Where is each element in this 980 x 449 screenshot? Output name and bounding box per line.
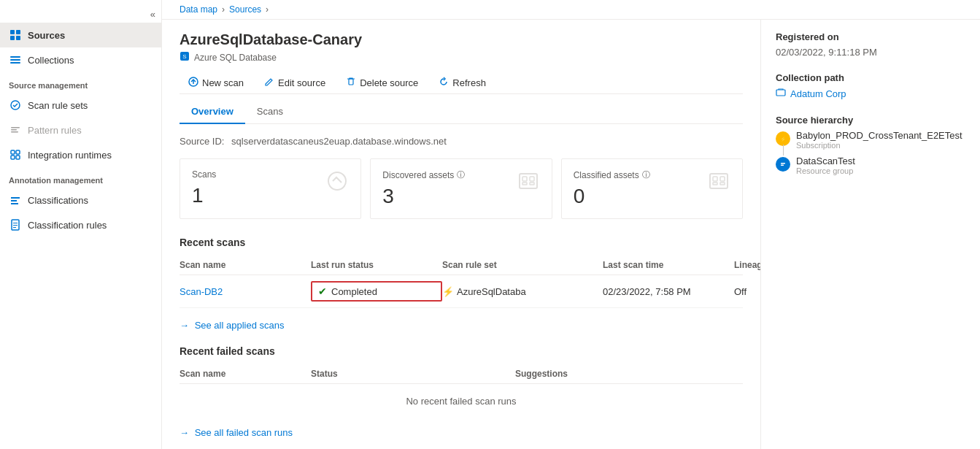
source-id-value: sqlserverdatascaneus2euap.database.windo… <box>231 136 447 147</box>
delete-icon <box>346 77 356 89</box>
svg-rect-9 <box>11 129 17 131</box>
hierarchy-name-1: DataScanTest <box>796 156 855 166</box>
stat-card-scans: Scans 1 <box>180 158 361 219</box>
table-row: Scan-DB2 ✔ Completed ⚡ AzureSqlDataba 02… <box>180 275 743 308</box>
annotation-management-section: Annotation management <box>0 167 161 188</box>
registered-on-label: Registered on <box>776 31 965 42</box>
svg-rect-17 <box>13 225 18 226</box>
source-hierarchy-label: Source hierarchy <box>776 115 965 126</box>
hierarchy-item-0: ⚡ Babylon_PROD_CrossTenant_E2ETest Subsc… <box>776 130 965 150</box>
breadcrumb: Data map › Sources › <box>162 0 980 20</box>
col-lineage-extraction: Lineage extraction <box>734 260 761 270</box>
sidebar-collapse-button[interactable]: « <box>0 6 161 23</box>
source-hierarchy-section: Source hierarchy ⚡ Babylon_PROD_CrossTen… <box>776 115 965 175</box>
edit-source-button[interactable]: Edit source <box>255 72 334 93</box>
source-management-section: Source management <box>0 72 161 93</box>
discovered-info-icon[interactable]: ⓘ <box>457 169 465 180</box>
collection-path-label: Collection path <box>776 72 965 83</box>
main-content: Data map › Sources › AzureSqlDatabase-Ca… <box>162 0 980 449</box>
integration-runtimes-icon <box>9 148 22 161</box>
classifications-label: Classifications <box>28 195 88 206</box>
svg-rect-14 <box>16 156 20 159</box>
classification-rules-icon <box>9 218 22 231</box>
svg-rect-31 <box>720 177 725 181</box>
failed-scans-title: Recent failed scans <box>180 345 743 357</box>
svg-rect-33 <box>720 183 725 185</box>
tab-scans[interactable]: Scans <box>245 100 295 124</box>
registered-on-section: Registered on 02/03/2022, 9:11:18 PM <box>776 31 965 58</box>
col-scan-name: Scan name <box>180 260 311 270</box>
svg-rect-38 <box>781 163 785 164</box>
sidebar-item-classification-rules[interactable]: Classification rules <box>0 212 161 237</box>
side-panel: Registered on 02/03/2022, 9:11:18 PM Col… <box>761 20 980 449</box>
classified-info-icon[interactable]: ⓘ <box>642 169 650 180</box>
delete-source-label: Delete source <box>360 77 418 88</box>
svg-rect-18 <box>13 227 16 228</box>
sidebar-item-classifications[interactable]: Classifications <box>0 188 161 212</box>
hierarchy-icon-subscription: ⚡ <box>776 131 790 146</box>
breadcrumb-sep-2: › <box>266 4 269 15</box>
page-subtitle: S Azure SQL Database <box>180 51 743 64</box>
sources-icon <box>9 28 22 42</box>
svg-rect-13 <box>11 156 15 159</box>
svg-point-23 <box>328 172 346 190</box>
arrow-right-failed-icon: → <box>180 427 189 438</box>
pattern-rules-label: Pattern rules <box>28 125 82 136</box>
hierarchy-text-1: DataScanTest Resource group <box>796 156 855 175</box>
breadcrumb-data-map[interactable]: Data map <box>180 4 217 15</box>
sidebar-item-integration-runtimes[interactable]: Integration runtimes <box>0 142 161 167</box>
collection-path-link[interactable]: Adatum Corp <box>776 88 965 100</box>
see-all-failed-link[interactable]: → See all failed scan runs <box>180 427 293 438</box>
refresh-label: Refresh <box>452 77 486 88</box>
last-scan-time-cell: 02/23/2022, 7:58 PM <box>603 286 734 297</box>
refresh-icon <box>439 77 449 89</box>
svg-text:S: S <box>182 53 186 60</box>
svg-rect-28 <box>530 183 534 185</box>
completed-icon: ✔ <box>318 285 327 297</box>
sidebar-item-collections[interactable]: Collections <box>0 47 161 72</box>
svg-rect-39 <box>781 165 784 166</box>
classifications-icon <box>9 193 22 207</box>
breadcrumb-sep-1: › <box>222 4 225 15</box>
stat-scans-icon <box>325 169 349 198</box>
page-title: AzureSqlDatabase-Canary <box>180 31 743 48</box>
svg-rect-8 <box>11 127 20 128</box>
svg-rect-10 <box>11 131 18 133</box>
azure-sql-icon: S <box>180 51 190 64</box>
tab-overview[interactable]: Overview <box>180 100 245 124</box>
svg-rect-5 <box>10 59 20 61</box>
recent-scans-title: Recent scans <box>180 237 743 248</box>
stat-card-classified: Classified assets ⓘ 0 <box>561 158 743 219</box>
no-failed-message: No recent failed scan runs <box>180 384 743 418</box>
new-scan-button[interactable]: New scan <box>180 72 252 93</box>
stat-discovered-icon <box>517 169 540 198</box>
failed-col-status: Status <box>311 369 515 379</box>
edit-source-label: Edit source <box>278 77 325 88</box>
refresh-button[interactable]: Refresh <box>430 72 495 93</box>
see-all-scans-link[interactable]: → See all applied scans <box>180 320 284 331</box>
source-id-label: Source ID: <box>180 136 224 147</box>
svg-rect-30 <box>713 177 717 181</box>
integration-runtimes-label: Integration runtimes <box>28 150 112 161</box>
hierarchy-name-0: Babylon_PROD_CrossTenant_E2ETest <box>796 130 962 141</box>
svg-rect-3 <box>16 36 20 40</box>
sidebar-item-sources[interactable]: Sources <box>0 23 161 47</box>
lineage-extraction-cell: Off <box>734 286 761 297</box>
sidebar-item-scan-rule-sets[interactable]: Scan rule sets <box>0 93 161 118</box>
classification-rules-label: Classification rules <box>28 220 107 231</box>
stat-classified-label: Classified assets ⓘ <box>574 169 650 180</box>
col-scan-rule-set: Scan rule set <box>442 260 603 270</box>
col-last-run-status: Last run status <box>311 260 442 270</box>
scan-name-link[interactable]: Scan-DB2 <box>180 286 223 297</box>
toolbar: New scan Edit source <box>180 72 743 94</box>
recent-scans-section: Recent scans Scan name Last run status S… <box>180 237 743 331</box>
svg-rect-32 <box>713 183 717 185</box>
hierarchy-type-0: Subscription <box>796 141 962 150</box>
sidebar-collections-label: Collections <box>28 55 74 66</box>
breadcrumb-sources[interactable]: Sources <box>229 4 261 15</box>
sidebar-item-pattern-rules[interactable]: Pattern rules <box>0 118 161 142</box>
last-run-status-cell: ✔ Completed <box>311 281 442 302</box>
collection-path-value: Adatum Corp <box>790 88 846 99</box>
svg-rect-26 <box>530 177 534 181</box>
delete-source-button[interactable]: Delete source <box>337 72 427 93</box>
